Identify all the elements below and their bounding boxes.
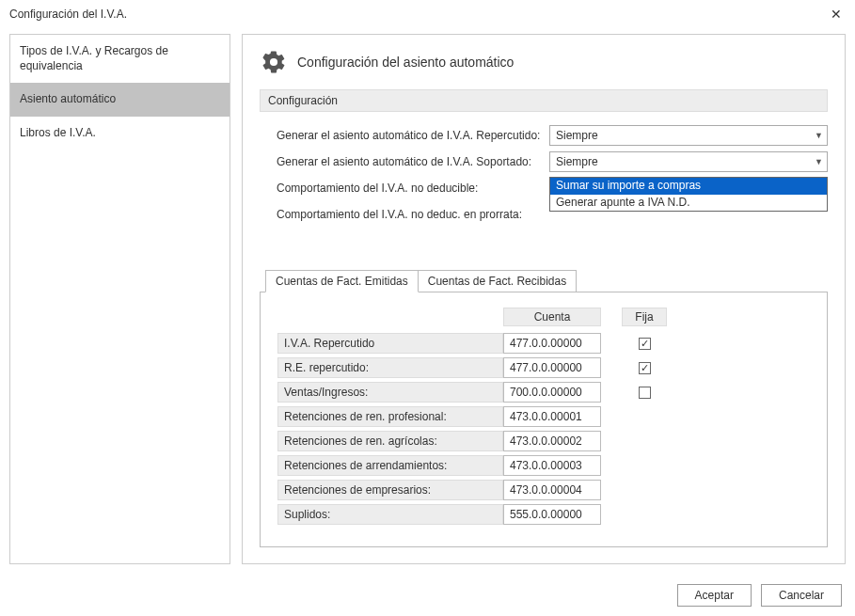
dropdown-list[interactable]: Sumar su importe a compras Generar apunt…	[549, 177, 828, 212]
cuenta-input[interactable]: 477.0.0.00000	[503, 333, 601, 354]
label-soportado: Generar el asiento automático de I.V.A. …	[277, 155, 549, 168]
row-label: Ventas/Ingresos:	[277, 382, 503, 403]
table-row: Suplidos: 555.0.0.00000	[277, 503, 810, 526]
fija-checkbox[interactable]: ✓	[639, 362, 651, 374]
tab-panel: Cuenta Fija I.V.A. Repercutido 477.0.0.0…	[260, 292, 828, 547]
accept-button[interactable]: Aceptar	[677, 584, 752, 607]
sidebar-item-libros[interactable]: Libros de I.V.A.	[10, 117, 230, 150]
main-panel: Configuración del asiento automático Con…	[242, 34, 846, 564]
close-button[interactable]: ✕	[817, 0, 855, 28]
sidebar: Tipos de I.V.A. y Recargos de equivalenc…	[9, 34, 230, 564]
label-prorrata: Comportamiento del I.V.A. no deduc. en p…	[277, 208, 549, 221]
combo-soportado-value: Siempre	[556, 155, 598, 168]
dropdown-option-1[interactable]: Generar apunte a IVA N.D.	[550, 195, 827, 212]
tab-recibidas[interactable]: Cuentas de Fact. Recibidas	[418, 270, 577, 292]
table-row: Retenciones de ren. profesional: 473.0.0…	[277, 405, 810, 428]
table-row: Retenciones de ren. agrícolas: 473.0.0.0…	[277, 430, 810, 452]
chevron-down-icon: ▼	[815, 157, 823, 166]
table-row: Retenciones de arrendamientos: 473.0.0.0…	[277, 454, 810, 477]
gear-icon	[260, 48, 288, 76]
sidebar-item-asiento[interactable]: Asiento automático	[10, 83, 230, 117]
col-header-fija: Fija	[622, 308, 667, 326]
fija-checkbox[interactable]	[639, 387, 651, 399]
page-title: Configuración del asiento automático	[297, 55, 514, 70]
combo-repercutido[interactable]: Siempre ▼	[549, 125, 828, 146]
table-row: I.V.A. Repercutido 477.0.0.00000 ✓	[277, 332, 810, 355]
cuenta-input[interactable]: 473.0.0.00001	[503, 406, 601, 427]
sidebar-item-tipos[interactable]: Tipos de I.V.A. y Recargos de equivalenc…	[10, 35, 230, 83]
row-label: Retenciones de ren. profesional:	[277, 406, 503, 427]
label-no-deducible: Comportamiento del I.V.A. no deducible:	[277, 182, 549, 195]
window-title: Configuración del I.V.A.	[9, 8, 127, 21]
table-row: Retenciones de empresarios: 473.0.0.0000…	[277, 479, 810, 501]
cuenta-input[interactable]: 473.0.0.00004	[503, 480, 601, 500]
section-header: Configuración	[260, 89, 828, 112]
dropdown-option-0[interactable]: Sumar su importe a compras	[550, 178, 827, 195]
row-label: Retenciones de arrendamientos:	[277, 455, 503, 476]
row-label: Retenciones de ren. agrícolas:	[277, 431, 503, 451]
cuenta-input[interactable]: 473.0.0.00002	[503, 431, 601, 451]
combo-repercutido-value: Siempre	[556, 129, 598, 142]
cancel-button[interactable]: Cancelar	[761, 584, 842, 607]
table-row: R.E. repercutido: 477.0.0.00000 ✓	[277, 356, 810, 379]
col-header-cuenta: Cuenta	[503, 308, 601, 326]
label-repercutido: Generar el asiento automático de I.V.A. …	[277, 129, 549, 142]
chevron-down-icon: ▼	[815, 131, 823, 140]
fija-checkbox[interactable]: ✓	[639, 338, 651, 350]
row-label: Suplidos:	[277, 504, 503, 525]
row-label: Retenciones de empresarios:	[277, 480, 503, 500]
table-row: Ventas/Ingresos: 700.0.0.00000	[277, 381, 810, 403]
cuenta-input[interactable]: 477.0.0.00000	[503, 357, 601, 378]
row-label: R.E. repercutido:	[277, 357, 503, 378]
tab-emitidas[interactable]: Cuentas de Fact. Emitidas	[265, 270, 419, 292]
cuenta-input[interactable]: 700.0.0.00000	[503, 382, 601, 403]
cuenta-input[interactable]: 555.0.0.00000	[503, 504, 601, 525]
row-label: I.V.A. Repercutido	[277, 333, 503, 354]
cuenta-input[interactable]: 473.0.0.00003	[503, 455, 601, 476]
combo-soportado[interactable]: Siempre ▼	[549, 151, 828, 172]
titlebar: Configuración del I.V.A. ✕	[0, 0, 855, 28]
